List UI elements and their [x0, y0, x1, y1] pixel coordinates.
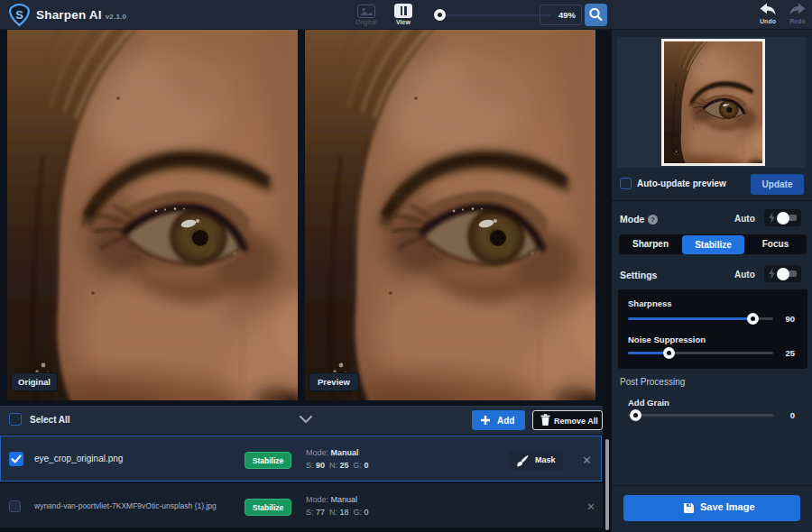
svg-text:S: S	[15, 8, 23, 22]
